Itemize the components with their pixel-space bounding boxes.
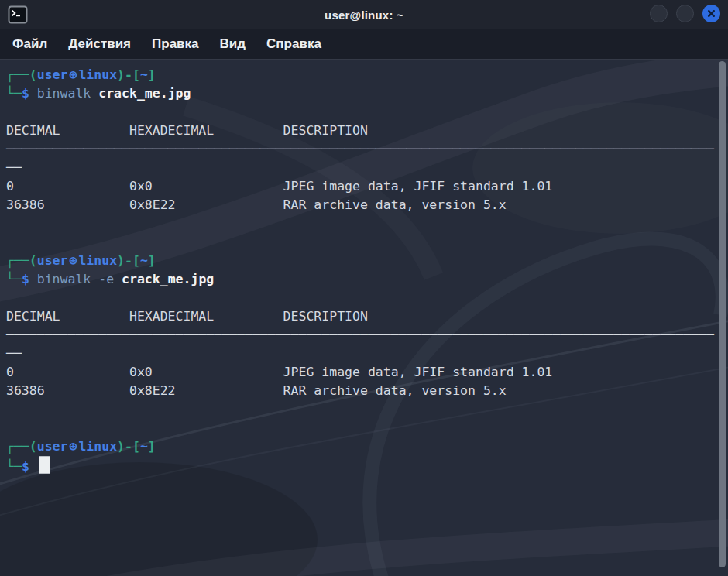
cwd: ~: [140, 253, 148, 268]
terminal-window: user@linux: ~ Файл Действия Правка Вид С…: [0, 0, 728, 576]
maximize-button[interactable]: [676, 5, 694, 22]
command-line: └─$: [6, 456, 728, 475]
table-row-text: 36386 0x8E22 RAR archive data, version 5…: [6, 383, 507, 398]
table-row: 36386 0x8E22 RAR archive data, version 5…: [6, 382, 728, 400]
close-button[interactable]: [702, 5, 720, 22]
table-row: 36386 0x8E22 RAR archive data, version 5…: [6, 196, 728, 214]
prompt-decoration: )-[: [117, 67, 140, 82]
blank-line: [6, 103, 728, 122]
blank-line: [6, 214, 728, 233]
command: binwalk: [37, 86, 91, 101]
menu-item-file[interactable]: Файл: [12, 36, 47, 52]
separator: ────────────────────────────────────────…: [6, 327, 714, 342]
prompt-decoration: )-[: [117, 253, 140, 268]
table-header: DECIMAL HEXADECIMAL DESCRIPTION: [6, 307, 728, 326]
at-symbol: ⊕: [70, 439, 77, 454]
cwd: ~: [140, 439, 148, 454]
hostname: linux: [78, 439, 117, 454]
blank-line: [6, 419, 728, 437]
menu-item-actions[interactable]: Действия: [68, 36, 131, 52]
prompt-decoration: ]: [148, 253, 156, 268]
prompt-line: ┌──(user⊕linux)-[~]: [6, 252, 728, 270]
table-row-text: 36386 0x8E22 RAR archive data, version 5…: [6, 197, 507, 212]
prompt-decoration: ┌──(: [6, 439, 37, 454]
scrollbar-thumb[interactable]: [719, 61, 726, 567]
terminal-output: ┌──(user⊕linux)-[~]└─$ binwalk crack_me.…: [0, 60, 728, 475]
prompt-symbol: $: [22, 86, 29, 101]
separator: ──: [6, 346, 22, 361]
command-line: └─$ binwalk -e crack_me.jpg: [6, 270, 728, 289]
separator-stub: ──: [6, 345, 728, 363]
window-title: user@linux: ~: [0, 9, 728, 22]
prompt-decoration: ]: [148, 67, 156, 82]
flag: -e: [98, 272, 114, 286]
filename: crack_me.jpg: [122, 272, 214, 286]
terminal-area[interactable]: ┌──(user⊕linux)-[~]└─$ binwalk crack_me.…: [0, 59, 728, 576]
prompt-decoration: └─: [6, 86, 22, 101]
hostname: linux: [78, 67, 117, 82]
separator-line: ────────────────────────────────────────…: [6, 326, 728, 345]
terminal-text: [91, 272, 98, 286]
command-line: └─$ binwalk crack_me.jpg: [6, 84, 728, 103]
at-symbol: ⊕: [70, 67, 77, 82]
prompt-symbol: $: [22, 272, 29, 286]
menu-item-view[interactable]: Вид: [220, 36, 246, 52]
prompt-line: ┌──(user⊕linux)-[~]: [6, 437, 728, 456]
table-row-text: 0 0x0 JPEG image data, JFIF standard 1.0…: [6, 365, 552, 379]
prompt-decoration: ]: [148, 439, 156, 454]
table-header: DECIMAL HEXADECIMAL DESCRIPTION: [6, 122, 728, 140]
command: binwalk: [37, 272, 91, 286]
terminal-text: [29, 86, 37, 101]
prompt-decoration: ┌──(: [6, 253, 37, 268]
blank-line: [6, 233, 728, 252]
separator: ──: [6, 160, 22, 175]
hostname: linux: [78, 253, 117, 268]
cwd: ~: [140, 67, 148, 82]
minimize-button[interactable]: [650, 5, 668, 22]
prompt-symbol: $: [22, 459, 29, 474]
terminal-text: [29, 459, 37, 474]
terminal-text: [29, 272, 37, 286]
table-row-text: 0 0x0 JPEG image data, JFIF standard 1.0…: [6, 179, 552, 194]
filename: crack_me.jpg: [98, 86, 191, 101]
username: user: [37, 253, 68, 268]
table-row: 0 0x0 JPEG image data, JFIF standard 1.0…: [6, 177, 728, 196]
prompt-line: ┌──(user⊕linux)-[~]: [6, 66, 728, 84]
prompt-decoration: └─: [6, 272, 22, 286]
separator-line: ────────────────────────────────────────…: [6, 140, 728, 159]
separator: ────────────────────────────────────────…: [6, 142, 714, 156]
username: user: [37, 67, 68, 82]
scrollbar-track[interactable]: [716, 60, 728, 576]
table-header-text: DECIMAL HEXADECIMAL DESCRIPTION: [6, 309, 368, 324]
at-symbol: ⊕: [70, 253, 77, 268]
table-header-text: DECIMAL HEXADECIMAL DESCRIPTION: [6, 123, 368, 138]
window-controls: [650, 5, 720, 22]
blank-line: [6, 400, 728, 419]
blank-line: [6, 289, 728, 307]
prompt-decoration: )-[: [117, 439, 140, 454]
prompt-decoration: ┌──(: [6, 67, 37, 82]
terminal-text: [91, 86, 98, 101]
titlebar[interactable]: user@linux: ~: [0, 0, 728, 29]
table-row: 0 0x0 JPEG image data, JFIF standard 1.0…: [6, 363, 728, 382]
text-cursor: [39, 456, 50, 474]
menu-item-edit[interactable]: Правка: [152, 36, 198, 52]
close-icon: [707, 9, 716, 18]
menubar: Файл Действия Правка Вид Справка: [0, 29, 728, 59]
separator-stub: ──: [6, 159, 728, 177]
prompt-decoration: └─: [6, 459, 22, 474]
terminal-text: [114, 272, 122, 286]
menu-item-help[interactable]: Справка: [266, 36, 321, 52]
username: user: [37, 439, 68, 454]
